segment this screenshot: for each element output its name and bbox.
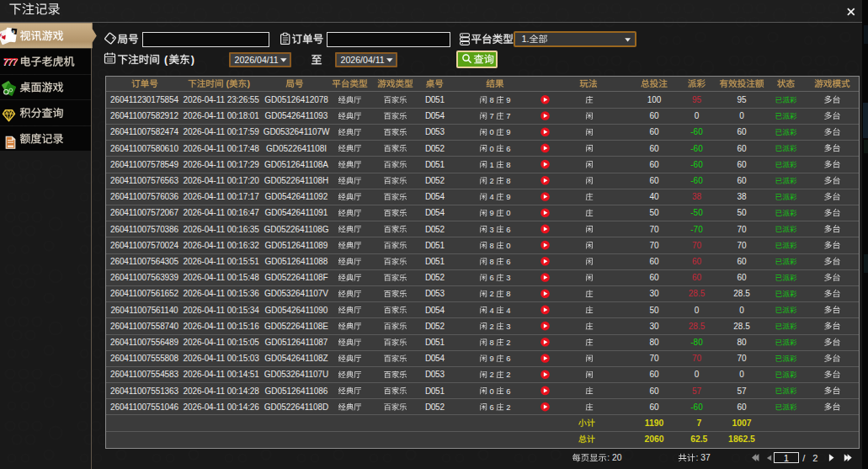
svg-text:50: 50	[737, 208, 747, 217]
svg-text:GD0522641108I: GD0522641108I	[266, 144, 327, 153]
svg-text:0: 0	[506, 242, 510, 250]
svg-text:0: 0	[739, 306, 744, 315]
svg-text:D051: D051	[425, 160, 445, 169]
svg-text:4: 4	[506, 306, 510, 315]
svg-text:8: 8	[490, 258, 494, 266]
svg-text:-80: -80	[690, 338, 703, 347]
svg-text:9: 9	[506, 128, 510, 136]
svg-text:GD0532641107U: GD0532641107U	[264, 370, 328, 379]
svg-text:): )	[248, 78, 251, 88]
svg-text:1.: 1.	[522, 34, 530, 44]
svg-text:60: 60	[692, 257, 702, 266]
svg-text:2026-04-11 00:14:26: 2026-04-11 00:14:26	[184, 402, 260, 412]
svg-text:2026-04-11 00:18:01: 2026-04-11 00:18:01	[184, 111, 260, 120]
svg-text:2: 2	[506, 338, 510, 347]
svg-text:260411007561652: 260411007561652	[110, 289, 178, 298]
svg-text:GD05126411087: GD05126411087	[265, 338, 328, 347]
svg-text:-60: -60	[690, 160, 703, 169]
svg-text:GD05426411092: GD05426411092	[265, 192, 328, 201]
svg-text:D051: D051	[425, 95, 445, 104]
svg-text:60: 60	[649, 144, 659, 153]
svg-text:80: 80	[737, 338, 747, 347]
svg-text:0: 0	[490, 145, 494, 153]
svg-text:2026/04/11: 2026/04/11	[235, 55, 279, 65]
svg-text:2026-04-11 00:17:20: 2026-04-11 00:17:20	[184, 176, 260, 185]
svg-text:6: 6	[506, 145, 510, 153]
svg-text:: 37: : 37	[696, 453, 711, 462]
svg-text:260411007554583: 260411007554583	[110, 370, 178, 379]
svg-text:D054: D054	[425, 111, 445, 120]
svg-text:60: 60	[649, 273, 659, 282]
svg-text:D052: D052	[425, 402, 445, 412]
svg-text:2: 2	[506, 403, 510, 412]
svg-text:260411007570024: 260411007570024	[110, 241, 178, 250]
svg-text:1007: 1007	[732, 418, 751, 428]
svg-text:50: 50	[649, 306, 659, 315]
svg-text:2026-04-11 00:15:51: 2026-04-11 00:15:51	[184, 257, 260, 266]
svg-text:3: 3	[506, 274, 510, 282]
svg-text:38: 38	[737, 192, 747, 201]
svg-text:0: 0	[695, 370, 700, 379]
svg-text:260411230175854: 260411230175854	[110, 95, 178, 104]
svg-text:2026-04-11 00:17:29: 2026-04-11 00:17:29	[184, 160, 260, 169]
svg-text:0: 0	[739, 111, 744, 120]
svg-text:2: 2	[490, 290, 494, 298]
svg-text:2026/04/11: 2026/04/11	[341, 55, 385, 65]
svg-text:8: 8	[506, 177, 510, 185]
svg-text:2026-04-11 23:26:55: 2026-04-11 23:26:55	[184, 95, 260, 104]
svg-text:60: 60	[649, 402, 659, 412]
svg-text:2026-04-11 00:15:16: 2026-04-11 00:15:16	[184, 322, 260, 331]
svg-text:60: 60	[737, 402, 747, 412]
svg-text:0: 0	[490, 387, 494, 396]
svg-text:2026-04-11 00:15:05: 2026-04-11 00:15:05	[184, 338, 260, 347]
svg-text:70: 70	[649, 241, 659, 250]
svg-text:GD05126411088: GD05126411088	[265, 257, 328, 266]
svg-text:28.5: 28.5	[689, 289, 706, 298]
svg-text:60: 60	[737, 257, 747, 266]
svg-text:2: 2	[490, 177, 494, 185]
svg-text:57: 57	[692, 386, 702, 396]
svg-text:GD0522641108G: GD0522641108G	[264, 225, 328, 234]
svg-text:100: 100	[647, 95, 662, 104]
svg-text:D051: D051	[425, 338, 445, 347]
svg-text:2026-04-11 00:16:35: 2026-04-11 00:16:35	[184, 225, 260, 234]
svg-text:-70: -70	[690, 225, 703, 234]
svg-text:70: 70	[737, 225, 747, 234]
svg-text:GD0522641108D: GD0522641108D	[264, 402, 328, 412]
svg-text:1: 1	[490, 161, 494, 169]
svg-text:70: 70	[737, 241, 747, 250]
svg-text:38: 38	[692, 192, 702, 201]
svg-text:GD05126411086: GD05126411086	[265, 386, 328, 396]
svg-text:2026-04-11 00:17:59: 2026-04-11 00:17:59	[184, 127, 260, 136]
svg-text:28.5: 28.5	[733, 322, 750, 331]
svg-text:0: 0	[506, 209, 510, 217]
svg-text:260411007555808: 260411007555808	[110, 354, 178, 363]
svg-text:60: 60	[649, 257, 659, 266]
svg-text:2026-04-11 00:15:48: 2026-04-11 00:15:48	[184, 273, 260, 282]
svg-text:260411007558740: 260411007558740	[110, 322, 178, 331]
svg-text:D053: D053	[425, 289, 445, 298]
svg-text:: 20: : 20	[607, 453, 621, 462]
svg-text:2026-04-11 00:15:03: 2026-04-11 00:15:03	[184, 354, 260, 363]
svg-text:GD0542641108Z: GD0542641108Z	[264, 354, 327, 363]
svg-text:6: 6	[506, 226, 510, 234]
svg-text:(: (	[226, 78, 230, 88]
svg-text:60: 60	[649, 111, 659, 120]
svg-text:D052: D052	[425, 273, 445, 282]
svg-text:2060: 2060	[644, 434, 663, 444]
svg-text:8: 8	[490, 242, 494, 250]
svg-text:D051: D051	[425, 241, 445, 250]
svg-text:GD05426411090: GD05426411090	[265, 306, 328, 315]
svg-text:60: 60	[737, 176, 747, 185]
svg-text:4: 4	[490, 193, 494, 201]
svg-text:2026-04-11 00:15:36: 2026-04-11 00:15:36	[184, 289, 260, 298]
svg-text:GD05126411089: GD05126411089	[265, 241, 328, 250]
svg-text:60: 60	[649, 370, 659, 379]
svg-text:2: 2	[506, 370, 510, 379]
svg-text:D054: D054	[425, 192, 445, 201]
svg-text:0: 0	[695, 111, 700, 120]
svg-text:260411007572067: 260411007572067	[110, 208, 178, 217]
svg-text:2026-04-11 00:17:48: 2026-04-11 00:17:48	[184, 144, 260, 153]
svg-text:-50: -50	[690, 208, 703, 217]
svg-text:D052: D052	[425, 144, 445, 153]
